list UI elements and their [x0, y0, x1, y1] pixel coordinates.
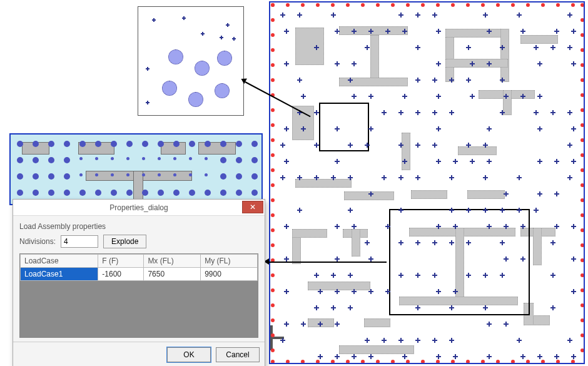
boundary-node [580, 183, 584, 187]
cell-f[interactable]: -1600 [98, 268, 144, 281]
table-row[interactable]: LoadCase1 -1600 7650 9900 [21, 268, 258, 281]
boundary-node [571, 3, 575, 7]
boundary-node [286, 360, 290, 363]
slab-plan-strip[interactable] [9, 133, 263, 205]
node-marker [453, 354, 458, 359]
boundary-node [451, 360, 455, 363]
boundary-node [580, 228, 584, 232]
node-marker [571, 289, 576, 294]
col-loadcase[interactable]: LoadCase [21, 255, 98, 268]
pile-marker [33, 190, 39, 196]
wall [339, 345, 414, 354]
pile-marker [236, 141, 242, 147]
node-marker [571, 224, 576, 229]
col-mx[interactable]: Mx (FL) [144, 255, 201, 268]
node-marker [280, 175, 285, 180]
plan-canvas[interactable]: /* generated below via JS for brevity */ [269, 1, 585, 364]
boundary-node [511, 3, 515, 7]
node-marker [483, 175, 488, 180]
ndivisions-label: Ndivisions: [19, 237, 56, 246]
pile-marker [173, 190, 180, 196]
node-marker [415, 13, 420, 18]
boundary-node [271, 303, 275, 307]
cancel-button[interactable]: Cancel [216, 347, 260, 362]
pile-marker [126, 173, 129, 176]
pile-marker [195, 61, 210, 76]
boundary-node [580, 333, 584, 337]
boundary-node [271, 18, 275, 22]
pile-marker [189, 157, 192, 160]
table-empty-area [20, 281, 258, 337]
node-marker [314, 143, 319, 148]
node-marker [550, 110, 555, 115]
node-marker [348, 175, 353, 180]
node-marker [504, 322, 509, 327]
node-marker [335, 322, 340, 327]
node-marker [520, 29, 525, 34]
cell-my[interactable]: 9900 [201, 268, 258, 281]
node-marker [449, 305, 454, 310]
zoom-detail-panel [138, 6, 244, 116]
node-marker [368, 289, 373, 294]
boundary-node [580, 93, 584, 97]
node-marker [398, 13, 403, 18]
node-marker [368, 257, 373, 262]
pile-marker [251, 173, 258, 180]
node-marker [297, 78, 302, 83]
wall [292, 229, 327, 238]
pile-marker [158, 173, 161, 176]
col-my[interactable]: My (FL) [201, 255, 258, 268]
boundary-node [271, 198, 275, 202]
pile-marker [236, 173, 242, 180]
node-marker [517, 208, 522, 213]
pile-marker [162, 81, 177, 96]
explode-button[interactable]: Explode [103, 235, 146, 248]
node-marker [352, 354, 357, 359]
node-marker [550, 273, 555, 278]
node-marker [398, 338, 403, 343]
pile-marker [111, 141, 117, 147]
node-marker [567, 110, 572, 115]
node-marker [146, 101, 150, 104]
node-marker [385, 29, 390, 34]
ndivisions-input[interactable] [61, 235, 98, 248]
close-icon: ✕ [250, 203, 256, 211]
pile-marker [220, 141, 226, 147]
node-marker [537, 61, 542, 66]
pile-marker [48, 173, 54, 180]
boundary-node [391, 3, 395, 7]
boundary-node [316, 3, 320, 7]
node-marker [284, 289, 289, 294]
node-marker [483, 13, 488, 18]
node-marker [487, 224, 492, 229]
boundary-node [361, 360, 365, 363]
load-table[interactable]: LoadCase F (F) Mx (FL) My (FL) LoadCase1… [19, 253, 258, 338]
dialog-titlebar[interactable]: Properties_dialog ✕ [13, 200, 265, 216]
node-marker [314, 45, 319, 50]
boundary-node [271, 288, 275, 292]
node-marker [297, 13, 302, 18]
node-marker [368, 29, 373, 34]
boundary-node [346, 3, 350, 7]
col-f[interactable]: F (F) [98, 255, 144, 268]
node-marker [453, 224, 458, 229]
node-marker [567, 175, 572, 180]
boundary-node [271, 138, 275, 142]
node-marker [415, 175, 420, 180]
wall [520, 35, 558, 44]
node-marker [335, 61, 340, 66]
pile-marker [251, 141, 258, 147]
node-marker [352, 94, 357, 99]
boundary-node [580, 288, 584, 292]
node-marker [466, 78, 471, 83]
cell-mx[interactable]: 7650 [144, 268, 201, 281]
node-marker [449, 110, 454, 115]
node-marker [466, 45, 471, 50]
node-marker [483, 305, 488, 310]
ok-button[interactable]: OK [167, 347, 211, 362]
node-marker [301, 94, 306, 99]
node-marker [517, 175, 522, 180]
cell-loadcase[interactable]: LoadCase1 [21, 268, 98, 281]
close-button[interactable]: ✕ [242, 201, 263, 213]
node-marker [466, 273, 471, 278]
